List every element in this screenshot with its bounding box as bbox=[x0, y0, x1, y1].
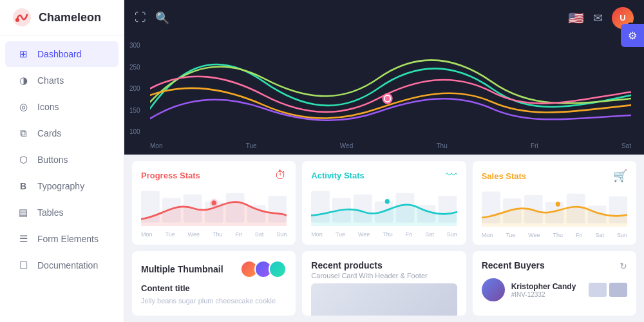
thumbnail-title: Multiple Thumbnail bbox=[141, 264, 223, 274]
sidebar-logo-text: Chameleon bbox=[39, 11, 101, 24]
svg-point-3 bbox=[385, 96, 390, 101]
sidebar-label-tables: Tables bbox=[37, 207, 63, 218]
sidebar-item-cards[interactable]: ⧉ Cards bbox=[5, 120, 118, 146]
y-label-300: 300 bbox=[129, 42, 140, 49]
activity-stats-icon: 〰 bbox=[446, 169, 457, 182]
sidebar-label-buttons: Buttons bbox=[37, 155, 68, 165]
tables-icon: ▤ bbox=[17, 206, 30, 219]
sidebar-navigation: ⊞ Dashboard ◑ Charts ◎ Icons ⧉ Cards ⬡ B… bbox=[0, 35, 124, 322]
thumbnail-header: Multiple Thumbnail bbox=[141, 260, 287, 279]
sidebar-label-icons: Icons bbox=[37, 102, 59, 112]
buyer-info: Kristopher Candy #INV-12332 bbox=[511, 282, 582, 298]
progress-stats-icon: ⏱ bbox=[275, 169, 287, 182]
x-label-tue: Tue bbox=[246, 142, 257, 149]
recent-products-card: Recent products Carousel Card With Heade… bbox=[302, 251, 466, 316]
activity-stats-card: Activity Stats 〰 Mon Tue Wee Thu bbox=[302, 161, 466, 245]
top-header: ⛶ 🔍 🇺🇸 ✉ U ⚙ bbox=[124, 0, 644, 35]
buyer-id: #INV-12332 bbox=[511, 291, 582, 298]
recent-products-subtitle: Carousel Card With Header & Footer bbox=[311, 272, 457, 279]
sidebar-item-icons[interactable]: ◎ Icons bbox=[5, 94, 118, 120]
main-chart-svg bbox=[150, 42, 631, 135]
chart-x-labels: Mon Tue Wed Thu Fri Sat bbox=[150, 142, 631, 149]
stat-cards-row: Progress Stats ⏱ Mon Tue bbox=[124, 155, 644, 251]
x-label-wed: Wed bbox=[340, 142, 353, 149]
content-body: Jelly beans sugar plum cheesecake cookie bbox=[141, 296, 287, 307]
x-label-mon: Mon bbox=[150, 142, 162, 149]
x-label-fri: Fri bbox=[531, 142, 538, 149]
recent-products-image bbox=[311, 283, 457, 316]
y-label-200: 200 bbox=[129, 85, 140, 92]
sidebar-logo: Chameleon bbox=[0, 0, 124, 35]
sidebar-item-tables[interactable]: ▤ Tables bbox=[5, 200, 118, 225]
progress-stats-title: Progress Stats bbox=[141, 171, 200, 180]
buttons-icon: ⬡ bbox=[17, 153, 30, 166]
progress-stats-chart bbox=[141, 187, 287, 226]
expand-icon[interactable]: ⛶ bbox=[135, 11, 146, 24]
cards-icon: ⧉ bbox=[17, 127, 30, 140]
progress-stats-x-labels: Mon Tue Wee Thu Fri Sat Sun bbox=[141, 231, 287, 238]
sidebar-label-cards: Cards bbox=[37, 128, 61, 138]
sidebar-label-documentation: Documentation bbox=[37, 260, 98, 270]
sidebar-item-form-elements[interactable]: ☰ Form Elements bbox=[5, 226, 118, 252]
sidebar-label-form-elements: Form Elements bbox=[37, 234, 99, 244]
sales-stats-icon: 🛒 bbox=[613, 169, 627, 183]
thumb-avatar-3 bbox=[269, 260, 287, 278]
bottom-cards-row: Multiple Thumbnail Content title Jelly b… bbox=[124, 251, 644, 322]
recent-products-title: Recent products bbox=[311, 260, 457, 270]
form-elements-icon: ☰ bbox=[17, 232, 30, 245]
recent-buyers-card: Recent Buyers ↻ Kristopher Candy #INV-12… bbox=[473, 251, 636, 316]
main-content: ⛶ 🔍 🇺🇸 ✉ U ⚙ 300 250 200 150 100 bbox=[124, 0, 644, 322]
charts-icon: ◑ bbox=[17, 74, 30, 87]
buyer-images bbox=[589, 283, 627, 297]
flag-icon[interactable]: 🇺🇸 bbox=[568, 10, 584, 26]
activity-stats-chart bbox=[311, 187, 457, 226]
progress-stats-header: Progress Stats ⏱ bbox=[141, 169, 287, 182]
progress-stats-card: Progress Stats ⏱ Mon Tue bbox=[132, 161, 296, 245]
sidebar-item-documentation[interactable]: ☐ Documentation bbox=[5, 252, 118, 278]
settings-fab[interactable]: ⚙ bbox=[621, 24, 644, 47]
mail-icon[interactable]: ✉ bbox=[593, 11, 603, 25]
sidebar-label-charts: Charts bbox=[37, 75, 64, 86]
main-chart-area: 300 250 200 150 100 Mon Tue Wed Thu bbox=[124, 35, 644, 155]
sales-stats-title: Sales Stats bbox=[482, 171, 526, 181]
chart-y-labels: 300 250 200 150 100 bbox=[129, 42, 140, 135]
buyer-img-2 bbox=[609, 283, 627, 297]
y-label-150: 150 bbox=[129, 107, 140, 114]
sidebar-label-dashboard: Dashboard bbox=[37, 49, 82, 59]
activity-stats-header: Activity Stats 〰 bbox=[311, 169, 457, 182]
sidebar: Chameleon ⊞ Dashboard ◑ Charts ◎ Icons ⧉… bbox=[0, 0, 124, 322]
dashboard-icon: ⊞ bbox=[17, 48, 30, 61]
documentation-icon: ☐ bbox=[17, 259, 30, 272]
buyer-row: Kristopher Candy #INV-12332 bbox=[482, 278, 627, 301]
x-label-thu: Thu bbox=[437, 142, 448, 149]
activity-stats-x-labels: Mon Tue Wee Thu Fri Sat Sun bbox=[311, 231, 457, 238]
buyer-img-1 bbox=[589, 283, 607, 297]
sidebar-item-charts[interactable]: ◑ Charts bbox=[5, 68, 118, 93]
multiple-thumbnail-card: Multiple Thumbnail Content title Jelly b… bbox=[132, 251, 296, 316]
y-label-250: 250 bbox=[129, 64, 140, 71]
x-label-sat: Sat bbox=[621, 142, 631, 149]
thumbnail-avatars bbox=[240, 260, 287, 278]
svg-point-28 bbox=[555, 202, 560, 207]
sidebar-item-dashboard[interactable]: ⊞ Dashboard bbox=[5, 41, 118, 67]
svg-point-12 bbox=[210, 198, 218, 207]
chameleon-logo-icon bbox=[12, 7, 32, 28]
sales-stats-chart bbox=[482, 188, 627, 227]
activity-stats-title: Activity Stats bbox=[311, 171, 364, 180]
recent-buyers-header: Recent Buyers ↻ bbox=[482, 260, 627, 272]
avatar-initials: U bbox=[620, 13, 625, 23]
buyer-name: Kristopher Candy bbox=[511, 282, 582, 291]
svg-point-20 bbox=[385, 199, 390, 204]
recent-buyers-title: Recent Buyers bbox=[482, 260, 545, 270]
sidebar-label-typography: Typography bbox=[37, 181, 84, 191]
sales-stats-x-labels: Mon Tue Wee Thu Fri Sat Sun bbox=[482, 232, 627, 238]
sidebar-item-buttons[interactable]: ⬡ Buttons bbox=[5, 147, 118, 173]
search-icon[interactable]: 🔍 bbox=[155, 11, 169, 25]
icons-icon: ◎ bbox=[17, 100, 30, 113]
typography-icon: B bbox=[17, 180, 30, 193]
y-label-100: 100 bbox=[129, 128, 140, 135]
refresh-icon[interactable]: ↻ bbox=[620, 261, 627, 271]
svg-point-1 bbox=[15, 18, 19, 22]
content-title: Content title bbox=[141, 283, 287, 293]
sidebar-item-typography[interactable]: B Typography bbox=[5, 173, 118, 199]
